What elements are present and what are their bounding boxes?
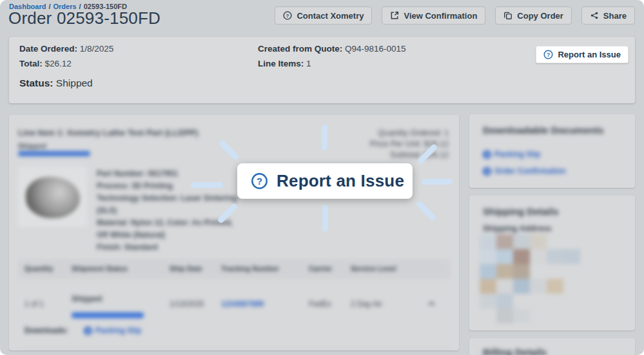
packing-slip-link[interactable]: Packing Slip bbox=[84, 326, 141, 335]
shipping-details-card: Shipping Details Shipping Address bbox=[469, 196, 635, 330]
total-row: Total: $26.12 bbox=[19, 59, 113, 68]
spotlight-label: Report an Issue bbox=[277, 171, 404, 191]
shipments-table-header: Quantity Shipment Status Ship Date Track… bbox=[18, 259, 450, 279]
tracking-number-link[interactable]: 1234567890 bbox=[221, 299, 264, 309]
shipment-progress-bar bbox=[72, 312, 144, 318]
status-value: Shipped bbox=[56, 77, 93, 88]
question-circle-icon: ? bbox=[251, 172, 268, 190]
question-circle-icon: ? bbox=[543, 50, 553, 59]
order-detail-page: Dashboard/Orders/02593-150FD Order 02593… bbox=[0, 0, 644, 355]
share-icon bbox=[590, 11, 599, 20]
line-item-pricing: Quantity Ordered: 1 Price Per Unit: $26.… bbox=[370, 128, 449, 161]
svg-text:?: ? bbox=[257, 176, 262, 187]
line-item-card: Line Item 1: Xometry Lathe Test Part (LL… bbox=[9, 115, 459, 350]
documents-heading: Downloadable Documents bbox=[483, 125, 604, 136]
share-label: Share bbox=[603, 11, 627, 21]
contact-xometry-label: Contact Xometry bbox=[297, 11, 364, 21]
line-item-progress-bar bbox=[18, 151, 90, 156]
packing-slip-doc-link[interactable]: Packing Slip bbox=[483, 150, 540, 159]
ray-top bbox=[322, 125, 327, 150]
order-summary-panel: Date Ordered: 1/8/2025 Total: $26.12 Cre… bbox=[9, 37, 635, 103]
date-ordered-row: Date Ordered: 1/8/2025 bbox=[19, 44, 113, 54]
line-item-status: Shipped bbox=[18, 142, 46, 150]
billing-details-card: Billing Details bbox=[469, 338, 635, 355]
downloads-label: Downloads: bbox=[24, 326, 68, 335]
view-confirmation-label: View Confirmation bbox=[404, 11, 477, 21]
part-details: Part Number: 0617951 Process: 3D Printin… bbox=[97, 168, 237, 254]
downloads-row: Downloads: Packing Slip bbox=[24, 326, 141, 335]
header-actions: ? Contact Xometry View Confirmation Copy… bbox=[275, 6, 635, 25]
download-icon bbox=[84, 327, 92, 335]
part-thumbnail[interactable] bbox=[18, 167, 87, 227]
redacted-shipping-address bbox=[480, 234, 583, 326]
billing-details-heading: Billing Details bbox=[483, 347, 547, 355]
part-image bbox=[26, 177, 80, 218]
line-item-heading: Line Item 1: Xometry Lathe Test Part (LL… bbox=[18, 128, 198, 137]
report-an-issue-spotlight[interactable]: ? Report an Issue bbox=[237, 163, 413, 199]
report-an-issue-button[interactable]: ? Report an Issue bbox=[536, 46, 629, 63]
copy-order-label: Copy Order bbox=[517, 11, 563, 21]
copy-icon bbox=[503, 11, 512, 20]
download-icon bbox=[483, 150, 491, 159]
card-divider bbox=[18, 349, 450, 350]
view-confirmation-button[interactable]: View Confirmation bbox=[382, 6, 485, 25]
chevron-up-icon[interactable] bbox=[427, 299, 436, 310]
svg-text:?: ? bbox=[286, 13, 289, 19]
shipping-details-heading: Shipping Details bbox=[483, 206, 559, 217]
downloadable-documents-card: Downloadable Documents Packing Slip Orde… bbox=[469, 114, 635, 188]
order-confirmation-doc-link[interactable]: Order Confirmation bbox=[483, 167, 566, 176]
ray-right bbox=[422, 179, 453, 185]
created-from-quote-row: Created from Quote: Q94-9816-0015 bbox=[258, 44, 406, 54]
share-button[interactable]: Share bbox=[581, 6, 635, 25]
svg-text:?: ? bbox=[547, 52, 550, 58]
line-items-row: Line Items: 1 bbox=[258, 59, 406, 68]
question-circle-icon: ? bbox=[283, 11, 292, 20]
shipment-table-row: 1 of 1 Shipped 1/13/2025 1234567890 FedE… bbox=[18, 294, 450, 327]
status-row: Status: Shipped bbox=[19, 77, 93, 89]
external-link-icon bbox=[390, 11, 399, 20]
report-an-issue-label: Report an Issue bbox=[558, 50, 621, 59]
download-icon bbox=[483, 167, 491, 176]
page-title: Order 02593-150FD bbox=[8, 8, 161, 28]
shipping-address-label: Shipping Address bbox=[483, 224, 552, 233]
copy-order-button[interactable]: Copy Order bbox=[495, 6, 572, 25]
ray-bottom bbox=[322, 205, 328, 232]
ray-left bbox=[191, 182, 223, 188]
contact-xometry-button[interactable]: ? Contact Xometry bbox=[275, 6, 372, 25]
